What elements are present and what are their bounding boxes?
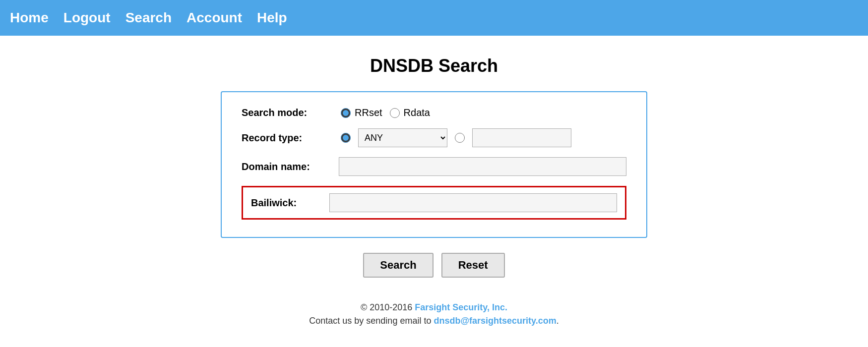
domain-name-controls xyxy=(339,157,626,176)
nav-home-link[interactable]: Home xyxy=(10,10,49,26)
footer-email-link[interactable]: dnsdb@farsightsecurity.com xyxy=(434,316,556,326)
rdata-radio-group: Rdata xyxy=(390,107,430,118)
nav-logout-link[interactable]: Logout xyxy=(63,10,111,26)
search-mode-label: Search mode: xyxy=(242,107,341,118)
search-form-container: Search mode: RRset Rdata Record type: xyxy=(221,91,647,238)
nav-help-link[interactable]: Help xyxy=(257,10,287,26)
footer-brand-link[interactable]: Farsight Security, Inc. xyxy=(415,302,507,312)
search-button[interactable]: Search xyxy=(363,253,433,278)
footer-contact-text: Contact us by sending email to xyxy=(309,316,434,326)
button-row: Search Reset xyxy=(363,253,504,278)
domain-name-row: Domain name: xyxy=(242,157,626,176)
rdata-radio[interactable] xyxy=(390,108,400,118)
nav-account-link[interactable]: Account xyxy=(186,10,242,26)
record-type-text-input[interactable] xyxy=(472,128,571,147)
record-type-text-radio-group xyxy=(455,133,465,143)
rrset-radio-group: RRset xyxy=(341,107,382,118)
footer-contact-line: Contact us by sending email to dnsdb@far… xyxy=(309,316,558,326)
record-type-controls: ANY A AAAA CNAME MX NS PTR SOA TXT xyxy=(341,128,626,147)
nav-search-link[interactable]: Search xyxy=(125,10,172,26)
record-type-text-radio[interactable] xyxy=(455,133,465,143)
rrset-label[interactable]: RRset xyxy=(355,107,382,118)
rrset-radio[interactable] xyxy=(341,108,351,118)
search-mode-controls: RRset Rdata xyxy=(341,107,626,118)
footer-copyright-line: © 2010-2016 Farsight Security, Inc. xyxy=(309,302,558,313)
bailiwick-row: Bailiwick: xyxy=(242,186,626,220)
record-type-select[interactable]: ANY A AAAA CNAME MX NS PTR SOA TXT xyxy=(358,128,447,147)
domain-name-label: Domain name: xyxy=(242,161,339,173)
bailiwick-label: Bailiwick: xyxy=(251,197,329,209)
bailiwick-input[interactable] xyxy=(329,193,617,212)
footer-copyright-text: © 2010-2016 xyxy=(361,302,415,312)
record-type-label: Record type: xyxy=(242,132,341,144)
search-mode-row: Search mode: RRset Rdata xyxy=(242,107,626,118)
record-type-select-radio-group xyxy=(341,133,351,143)
navbar: Home Logout Search Account Help xyxy=(0,0,868,36)
rdata-label[interactable]: Rdata xyxy=(404,107,430,118)
reset-button[interactable]: Reset xyxy=(441,253,505,278)
record-type-select-radio[interactable] xyxy=(341,133,351,143)
main-content: DNSDB Search Search mode: RRset Rdata Re… xyxy=(0,36,868,329)
record-type-row: Record type: ANY A AAAA CNAME MX NS PTR … xyxy=(242,128,626,147)
bailiwick-controls xyxy=(329,193,617,212)
footer: © 2010-2016 Farsight Security, Inc. Cont… xyxy=(309,302,558,329)
footer-period: . xyxy=(557,316,559,326)
page-title: DNSDB Search xyxy=(370,56,498,76)
domain-name-input[interactable] xyxy=(339,157,626,176)
